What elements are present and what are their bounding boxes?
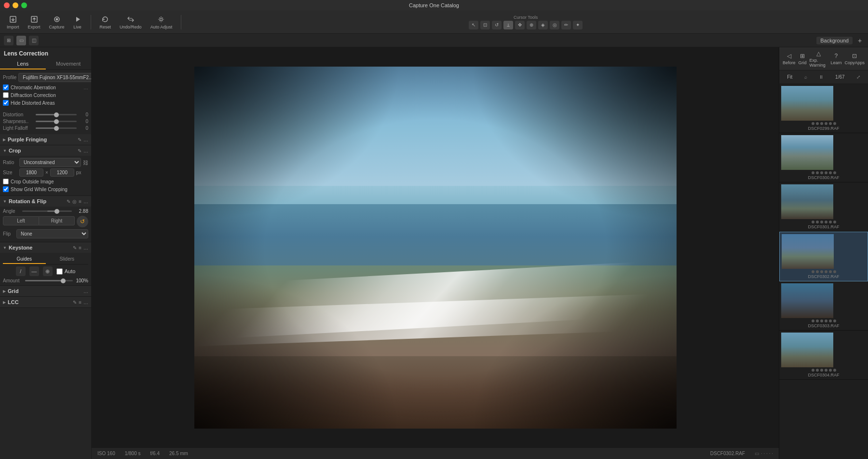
profile-select[interactable]: Fujifilm Fujinon XF18-55mmF2... (18, 73, 92, 82)
ks-list-icon[interactable]: ≡ (79, 245, 81, 250)
grid-button[interactable]: ⊞ Grid (797, 52, 808, 66)
thumb-item-1[interactable]: DSCF0300.RAF (779, 133, 868, 182)
sharpness-track[interactable] (36, 121, 77, 122)
diffraction-correction-checkbox[interactable] (3, 92, 9, 98)
thumb-item-5[interactable]: DSCF0304.RAF (779, 331, 868, 380)
rotation-flip-header[interactable]: ▼ Rotation & Flip ✎ ◎ ≡ … (0, 196, 91, 207)
copy-apps-button[interactable]: ⊡ CopyApps (843, 52, 866, 66)
crop-height-input[interactable]: 1200 (50, 168, 74, 177)
right-viewer-controls: Fit ⌕ ⏸ 1/67 ⤢ (779, 70, 868, 84)
maximize-button[interactable] (21, 2, 27, 8)
crop-width-input[interactable]: 1800 (19, 168, 43, 177)
crop-outside-checkbox[interactable] (3, 179, 9, 184)
thumb-photo-0 (781, 86, 833, 121)
rotation-flip-section: ▼ Rotation & Flip ✎ ◎ ≡ … Angle 2.88 (0, 196, 91, 242)
crop-ratio-select[interactable]: Unconstrained (19, 158, 81, 167)
cursor-spot-tool[interactable]: ◎ (550, 21, 559, 29)
rf-arrow-icon: ▼ (3, 199, 7, 204)
distortion-track[interactable] (36, 114, 77, 115)
exp-warning-button[interactable]: △ Exp. Warning (808, 49, 829, 69)
rf-target-icon[interactable]: ◎ (72, 199, 77, 204)
play-button[interactable]: ⏸ (819, 74, 824, 80)
crop-outside-label: Crop Outside Image (11, 179, 54, 184)
capture-button[interactable]: Capture (46, 13, 68, 31)
cursor-pen-tool[interactable]: ✏ (561, 21, 571, 29)
grid-more-icon[interactable]: … (83, 289, 88, 294)
undo-redo-button[interactable]: Undo/Redo (117, 13, 145, 31)
ks-guide-vertical-left[interactable]: / (16, 266, 26, 276)
rf-edit-icon[interactable]: ✎ (67, 199, 70, 204)
crop-section-icons: ✎ … (78, 148, 88, 153)
background-label[interactable]: Background (816, 37, 853, 44)
ks-guide-cross[interactable]: ⊕ (43, 266, 53, 276)
lcc-edit-icon[interactable]: ✎ (73, 300, 77, 305)
rotate-reset-button[interactable]: ↺ (77, 216, 88, 227)
cursor-crop-tool[interactable]: ⊡ (480, 21, 490, 29)
crop-link-icon[interactable]: ⛓ (83, 160, 88, 166)
ks-edit-icon[interactable]: ✎ (73, 245, 77, 250)
hide-distorted-checkbox[interactable] (3, 100, 9, 106)
rf-list-icon[interactable]: ≡ (79, 199, 81, 204)
grid-section-header[interactable]: ▶ Grid … (0, 286, 91, 297)
tab-movement[interactable]: Movement (46, 59, 92, 70)
grid-view-btn[interactable]: ⊞ (4, 36, 14, 45)
cursor-straighten-tool[interactable]: ⟂ (503, 21, 513, 29)
fit-label[interactable]: Fit (787, 74, 792, 80)
ks-amount-track[interactable] (25, 280, 73, 281)
crop-edit-icon[interactable]: ✎ (78, 148, 81, 153)
thumb-dot (820, 270, 823, 273)
tab-lens[interactable]: Lens (0, 59, 46, 70)
angle-slider[interactable] (22, 210, 72, 212)
cursor-zoom-tool[interactable]: ⊕ (527, 21, 536, 29)
thumb-item-4[interactable]: DSCF0303.RAF (779, 281, 868, 331)
pf-edit-icon[interactable]: ✎ (78, 137, 81, 142)
add-overlay-btn[interactable]: + (855, 36, 864, 45)
ks-auto-checkbox[interactable] (56, 268, 63, 275)
close-button[interactable] (4, 2, 10, 8)
cursor-eyedropper-tool[interactable]: ✦ (573, 21, 583, 29)
rotate-left-button[interactable]: Left (3, 216, 39, 225)
lcc-section-header[interactable]: ▶ LCC ✎ ≡ … (0, 297, 91, 308)
lcc-more-icon[interactable]: … (83, 300, 88, 305)
keystone-header[interactable]: ▼ Keystone ✎ ≡ … (0, 242, 91, 253)
thumb-item-2[interactable]: DSCF0301.RAF (779, 182, 868, 232)
export-button[interactable]: Export (25, 13, 43, 31)
thumb-dot (829, 221, 832, 223)
pf-more-icon[interactable]: … (83, 137, 88, 142)
before-button[interactable]: ◁ Before (781, 52, 797, 66)
show-grid-checkbox[interactable] (3, 186, 9, 192)
ks-more-icon[interactable]: … (83, 245, 88, 250)
chromatic-aberration-more[interactable]: … (83, 85, 88, 90)
light-falloff-track[interactable] (36, 127, 77, 129)
ks-tab-guides[interactable]: Guides (3, 255, 46, 264)
thumb-dots-1 (781, 171, 866, 174)
cursor-select-tool[interactable]: ↖ (469, 21, 478, 29)
thumb-dot (833, 369, 836, 372)
purple-fringing-header[interactable]: ▶ Purple Fringing ✎ … (0, 134, 91, 145)
flip-select[interactable]: None (16, 229, 88, 238)
live-button[interactable]: Live (70, 13, 85, 31)
reset-button[interactable]: Reset (97, 13, 114, 31)
cursor-rotate-tool[interactable]: ↺ (492, 21, 502, 29)
ks-tab-sliders[interactable]: Sliders (46, 255, 89, 264)
rf-more-icon[interactable]: … (83, 199, 88, 204)
fullscreen-button[interactable]: ⤢ (856, 74, 860, 80)
cursor-pan-tool[interactable]: ✥ (515, 21, 525, 29)
import-button[interactable]: Import (4, 13, 22, 31)
thumb-dot (812, 221, 814, 223)
ks-guide-horizontal[interactable]: — (29, 266, 39, 276)
cursor-color-tool[interactable]: ◈ (538, 21, 548, 29)
lcc-list-icon[interactable]: ≡ (79, 300, 81, 305)
crop-more-icon[interactable]: … (83, 148, 88, 153)
distortion-label: Distortion (3, 112, 34, 117)
learn-button[interactable]: ? Learn (829, 52, 843, 66)
rotate-right-button[interactable]: Right (39, 216, 75, 225)
minimize-button[interactable] (13, 2, 18, 8)
single-view-btn[interactable]: ▭ (16, 36, 26, 45)
thumb-item-3[interactable]: DSCF0302.RAF (779, 232, 868, 281)
thumb-item-0[interactable]: DSCF0299.RAF (779, 84, 868, 133)
chromatic-aberration-checkbox[interactable] (3, 84, 9, 90)
compare-view-btn[interactable]: ◫ (29, 36, 39, 45)
crop-header[interactable]: ▼ Crop ✎ … (0, 145, 91, 156)
auto-adjust-button[interactable]: Auto Adjust (148, 13, 176, 31)
